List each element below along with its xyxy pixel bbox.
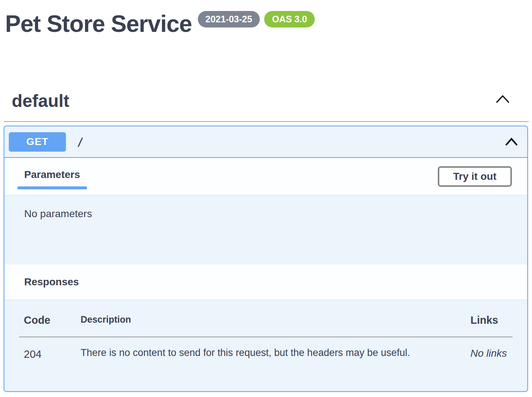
badges: 2021-03-25 OAS 3.0 xyxy=(198,11,315,27)
chevron-up-icon xyxy=(496,94,510,103)
parameters-tab: Parameters xyxy=(18,169,87,181)
tag-name[interactable]: default xyxy=(12,91,69,111)
oas-badge: OAS 3.0 xyxy=(264,11,315,27)
operation-collapse-button[interactable] xyxy=(505,137,518,146)
no-parameters-text: No parameters xyxy=(24,208,92,219)
code-column-header: Code xyxy=(19,312,81,337)
response-row-204: 204 There is no content to send for this… xyxy=(19,337,513,360)
parameters-tab-label: Parameters xyxy=(24,169,80,180)
tag-header-default[interactable]: default xyxy=(4,88,529,122)
tag-collapse-button[interactable] xyxy=(496,94,510,103)
description-column-header: Description xyxy=(81,312,470,337)
version-badge: 2021-03-25 xyxy=(198,11,260,27)
responses-section-header: Responses xyxy=(4,264,527,300)
links-column-header: Links xyxy=(470,312,513,337)
try-it-out-button[interactable]: Try it out xyxy=(438,166,512,187)
page-title: Pet Store Service xyxy=(5,10,192,38)
parameters-section-header: Parameters Try it out xyxy=(4,158,527,195)
operation-summary[interactable]: GET / xyxy=(4,126,527,158)
chevron-up-icon xyxy=(505,137,518,146)
responses-table: Code Description Links 204 There is no c… xyxy=(19,312,513,360)
response-links: No links xyxy=(470,337,513,360)
info-header: Pet Store Service 2021-03-25 OAS 3.0 xyxy=(5,10,315,38)
parameters-body: No parameters xyxy=(4,195,527,264)
responses-table-header-row: Code Description Links xyxy=(19,312,513,337)
method-badge[interactable]: GET xyxy=(9,132,66,152)
operation-block-get-root: GET / Parameters Try it out No parameter… xyxy=(4,126,528,392)
response-description: There is no content to send for this req… xyxy=(81,337,470,360)
responses-title: Responses xyxy=(24,276,79,288)
operation-path: / xyxy=(77,136,84,148)
response-code: 204 xyxy=(19,337,81,360)
responses-body: Code Description Links 204 There is no c… xyxy=(4,300,527,391)
